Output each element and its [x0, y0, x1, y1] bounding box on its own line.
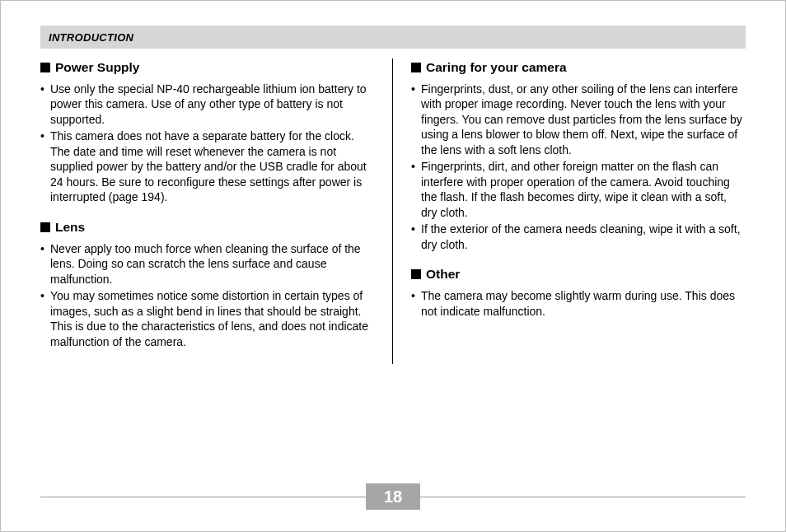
list-item: • This camera does not have a separate b…	[40, 128, 376, 204]
bullet-dot-icon: •	[411, 222, 421, 252]
page-footer: 18	[40, 483, 746, 510]
bullet-dot-icon: •	[411, 288, 421, 319]
square-bullet-icon	[411, 269, 421, 279]
list-item-text: You may sometimes notice some distortion…	[50, 288, 376, 349]
footer-rule-left	[40, 497, 366, 497]
list-lens: • Never apply too much force when cleani…	[40, 241, 376, 349]
footer-line: 18	[40, 483, 746, 510]
list-item: • Never apply too much force when cleani…	[40, 241, 376, 287]
list-item: • The camera may become slightly warm du…	[411, 288, 746, 319]
section-header-text: INTRODUCTION	[49, 31, 133, 44]
list-item-text: If the exterior of the camera needs clea…	[421, 222, 746, 252]
square-bullet-icon	[40, 222, 50, 232]
footer-rule-right	[420, 497, 746, 497]
list-power-supply: • Use only the special NP-40 rechargeabl…	[40, 82, 376, 205]
bullet-dot-icon: •	[411, 159, 421, 220]
right-column: Caring for your camera • Fingerprints, d…	[393, 58, 746, 364]
list-item-text: Fingerprints, dust, or any other soiling…	[421, 82, 746, 157]
list-item: • If the exterior of the camera needs cl…	[411, 222, 746, 252]
heading-text: Lens	[55, 220, 85, 235]
list-item-text: Never apply too much force when cleaning…	[50, 241, 376, 287]
list-item: • Use only the special NP-40 rechargeabl…	[40, 82, 376, 127]
left-column: Power Supply • Use only the special NP-4…	[40, 58, 393, 364]
page-number: 18	[366, 483, 420, 510]
heading-text: Other	[426, 267, 460, 282]
page: INTRODUCTION Power Supply • Use only the…	[0, 0, 786, 532]
list-item-text: The camera may become slightly warm duri…	[421, 288, 746, 319]
two-column-layout: Power Supply • Use only the special NP-4…	[40, 58, 746, 364]
heading-caring: Caring for your camera	[411, 60, 746, 75]
section-header-bar: INTRODUCTION	[40, 26, 746, 49]
list-item: • You may sometimes notice some distorti…	[40, 288, 376, 349]
heading-lens: Lens	[40, 220, 376, 235]
list-item-text: Use only the special NP-40 rechargeable …	[50, 82, 376, 127]
square-bullet-icon	[411, 63, 421, 72]
bullet-dot-icon: •	[411, 82, 421, 157]
heading-other: Other	[411, 267, 746, 282]
list-item: • Fingerprints, dirt, and other foreign …	[411, 159, 746, 220]
heading-text: Power Supply	[55, 60, 140, 75]
list-caring: • Fingerprints, dust, or any other soili…	[411, 82, 746, 252]
list-item-text: This camera does not have a separate bat…	[50, 128, 376, 204]
heading-text: Caring for your camera	[426, 60, 567, 75]
heading-power-supply: Power Supply	[40, 60, 376, 75]
bullet-dot-icon: •	[40, 241, 50, 287]
bullet-dot-icon: •	[40, 128, 50, 204]
bullet-dot-icon: •	[40, 288, 50, 349]
bullet-dot-icon: •	[40, 82, 50, 127]
list-item: • Fingerprints, dust, or any other soili…	[411, 82, 746, 157]
square-bullet-icon	[40, 63, 50, 72]
list-other: • The camera may become slightly warm du…	[411, 288, 746, 319]
list-item-text: Fingerprints, dirt, and other foreign ma…	[421, 159, 746, 220]
